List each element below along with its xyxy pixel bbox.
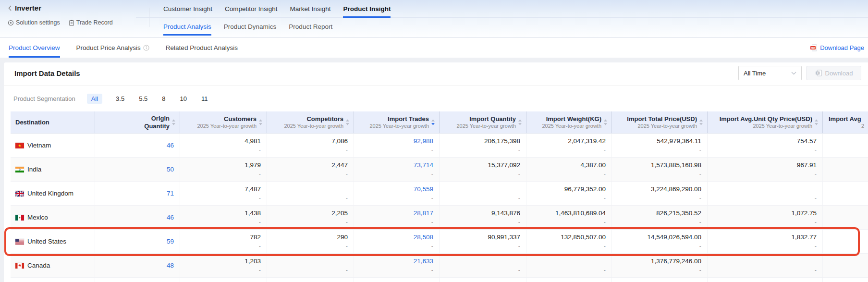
download-page-link[interactable]: PDF Download Page — [810, 38, 864, 58]
cell-origin-quantity: 46 — [95, 206, 180, 229]
origin-quantity-link[interactable]: 59 — [167, 238, 174, 245]
cell-competitors: - — [267, 254, 354, 277]
cell-origin-quantity: 46 — [95, 134, 180, 157]
cell-destination: Canada — [11, 254, 95, 277]
cell-import-avg-truncated — [823, 206, 868, 229]
origin-quantity-link[interactable]: 50 — [167, 166, 174, 173]
column-header-import-avg-unit-qty-price[interactable]: Import Avg.Unit Qty Price(USD)2025 Year-… — [708, 111, 823, 133]
tab-label: Competitor Insight — [225, 5, 278, 12]
tab-related-product-analysis[interactable]: Related Product Analysis — [166, 38, 238, 58]
cell-value: 7,487 — [245, 184, 261, 194]
cell-import-total-price: 1,376,779,246.00- — [612, 254, 708, 277]
column-title: Customers2025 Year-to-year growth — [197, 115, 257, 129]
growth-value: - — [518, 218, 520, 227]
cell-empty — [354, 278, 440, 282]
cell-empty — [526, 278, 612, 282]
growth-value: - — [815, 194, 817, 203]
segmentation-option-3-5[interactable]: 3.5 — [115, 94, 125, 104]
tab-customer-insight[interactable]: Customer Insight — [163, 0, 212, 18]
column-header-import-weight[interactable]: Import Weight(KG)2025 Year-to-year growt… — [526, 111, 612, 133]
back-chevron-icon[interactable] — [8, 5, 12, 12]
tab-competitor-insight[interactable]: Competitor Insight — [225, 0, 278, 18]
cell-import-weight: 4,387.00- — [526, 158, 612, 181]
tab-product-report[interactable]: Product Report — [289, 18, 332, 36]
segmentation-option-all[interactable]: All — [87, 94, 102, 104]
tab-product-insight[interactable]: Product Insight — [343, 0, 391, 18]
cell-import-total-price: 826,215,350.52- — [612, 206, 708, 229]
value-link[interactable]: 92,988 — [414, 136, 433, 146]
value-link[interactable]: 21,633 — [414, 257, 433, 266]
cell-import-trades: 73,714- — [354, 158, 440, 181]
tab-product-dynamics[interactable]: Product Dynamics — [224, 18, 277, 36]
table-body: Vietnam464,981-7,086-92,988-206,175,398-… — [11, 134, 868, 282]
value-link[interactable]: 70,559 — [414, 184, 433, 194]
growth-value: - — [346, 242, 348, 251]
tab-label: Related Product Analysis — [166, 44, 238, 51]
country-name: United Kingdom — [27, 190, 73, 197]
download-button-label: Download — [825, 70, 853, 77]
cell-value: 967.91 — [797, 160, 817, 170]
svg-text:PDF: PDF — [811, 47, 815, 49]
chevron-down-icon — [791, 72, 796, 75]
cell-import-avg-unit-qty-price: 754.57- — [708, 134, 823, 157]
tab-product-overview[interactable]: Product Overview — [9, 38, 60, 58]
tab-label: Product Report — [289, 23, 332, 30]
column-header-origin-quantity[interactable]: OriginQuantity — [95, 111, 180, 133]
column-header-competitors[interactable]: Competitors2025 Year-to-year growth — [267, 111, 354, 133]
time-filter-select[interactable]: All Time — [738, 66, 802, 80]
sort-icons[interactable] — [171, 119, 176, 125]
cell-import-avg-truncated — [823, 182, 868, 205]
value-link[interactable]: 28,817 — [414, 208, 433, 218]
info-icon[interactable] — [143, 45, 149, 51]
sort-icons[interactable] — [603, 119, 608, 125]
country-name: Mexico — [27, 214, 48, 221]
column-header-import-trades[interactable]: Import Trades2025 Year-to-year growth — [354, 111, 440, 133]
sort-icons[interactable] — [345, 119, 350, 125]
sort-icons[interactable] — [518, 119, 522, 125]
growth-value: - — [518, 194, 520, 203]
solution-settings-button[interactable]: Solution settings — [8, 19, 60, 26]
cell-value: 290 — [337, 233, 348, 242]
column-header-import-quantity[interactable]: Import Quantity2025 Year-to-year growth — [440, 111, 526, 133]
origin-quantity-link[interactable]: 46 — [167, 142, 174, 149]
segmentation-option-8[interactable]: 8 — [161, 94, 166, 104]
document-icon — [69, 20, 74, 26]
sort-icons[interactable] — [258, 119, 263, 125]
tab-market-insight[interactable]: Market Insight — [290, 0, 331, 18]
tab-product-analysis[interactable]: Product Analysis — [163, 18, 211, 36]
origin-quantity-link[interactable]: 46 — [167, 214, 174, 221]
segmentation-option-10[interactable]: 10 — [179, 94, 187, 104]
cell-import-quantity: 15,377,092- — [440, 158, 526, 181]
trade-record-button[interactable]: Trade Record — [69, 19, 113, 26]
column-title: Import Weight(KG)2025 Year-to-year growt… — [542, 115, 601, 129]
value-link[interactable]: 73,714 — [414, 160, 433, 170]
sort-icons[interactable] — [431, 119, 435, 125]
growth-value: - — [259, 146, 261, 155]
growth-value: - — [518, 242, 520, 251]
segmentation-option-11[interactable]: 11 — [200, 94, 209, 104]
column-title: OriginQuantity — [144, 115, 170, 130]
segmentation-option-5-5[interactable]: 5.5 — [138, 94, 148, 104]
settings-icon — [8, 20, 14, 26]
value-link[interactable]: 28,508 — [414, 233, 433, 242]
column-header-import-total-price[interactable]: Import Total Price(USD)2025 Year-to-year… — [612, 111, 708, 133]
cell-import-trades: 28,508- — [354, 230, 440, 253]
sort-icons[interactable] — [814, 119, 819, 125]
table-row-vietnam: Vietnam464,981-7,086-92,988-206,175,398-… — [11, 134, 868, 158]
cell-destination: Vietnam — [11, 134, 95, 157]
growth-value: - — [431, 218, 433, 227]
origin-quantity-link[interactable]: 48 — [167, 262, 174, 269]
growth-value: - — [604, 218, 606, 227]
solution-settings-label: Solution settings — [16, 19, 60, 26]
origin-quantity-link[interactable]: 71 — [167, 190, 174, 197]
table-row-united-kingdom: United Kingdom717,487--70,559--96,779,35… — [11, 182, 868, 206]
tab-product-price-analysis[interactable]: Product Price Analysis — [76, 38, 149, 58]
column-header-customers[interactable]: Customers2025 Year-to-year growth — [180, 111, 267, 133]
cell-import-trades: 92,988- — [354, 134, 440, 157]
cell-value: 1,979 — [245, 160, 261, 170]
cell-import-quantity: 9,143,876- — [440, 206, 526, 229]
table-header-row: DestinationOriginQuantityCustomers2025 Y… — [11, 111, 868, 134]
cell-empty — [95, 278, 180, 282]
download-button[interactable]: X Download — [807, 66, 861, 80]
sort-icons[interactable] — [699, 119, 703, 125]
